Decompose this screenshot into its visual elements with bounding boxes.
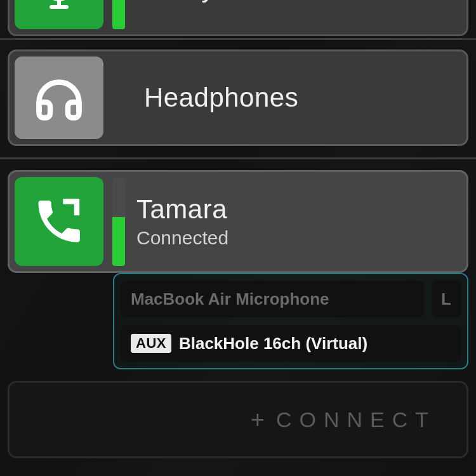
output-tile[interactable]: Headphones <box>8 50 468 146</box>
device-chip[interactable]: AUX BlackHole 16ch (Virtual) <box>121 325 461 362</box>
output-label: Headphones <box>144 83 298 113</box>
mic-tile[interactable]: Ready <box>8 0 468 36</box>
phone-icon <box>15 177 103 266</box>
aux-badge: AUX <box>131 334 171 353</box>
microphone-icon <box>15 0 103 29</box>
device-chip[interactable]: L <box>432 281 461 317</box>
caller-name: Tamara <box>136 194 228 225</box>
caller-status: Connected <box>136 227 228 249</box>
connect-button[interactable]: + CONNECT <box>8 381 468 458</box>
caller-tile[interactable]: Tamara Connected <box>8 170 468 273</box>
divider <box>0 157 476 159</box>
plus-icon: + <box>251 407 265 432</box>
mic-level-fill <box>112 0 125 29</box>
mic-level-meter <box>112 0 125 29</box>
device-label: BlackHole 16ch (Virtual) <box>179 334 367 354</box>
divider <box>0 38 476 40</box>
call-level-meter <box>112 177 125 266</box>
mic-status: Ready <box>136 0 215 3</box>
device-group: MacBook Air Microphone L AUX BlackHole 1… <box>113 273 468 369</box>
call-level-fill <box>112 217 125 266</box>
device-label: L <box>441 289 451 309</box>
headphones-icon <box>15 56 103 139</box>
connect-label: CONNECT <box>276 407 436 432</box>
device-chip[interactable]: MacBook Air Microphone <box>121 281 424 317</box>
device-label: MacBook Air Microphone <box>131 289 329 309</box>
